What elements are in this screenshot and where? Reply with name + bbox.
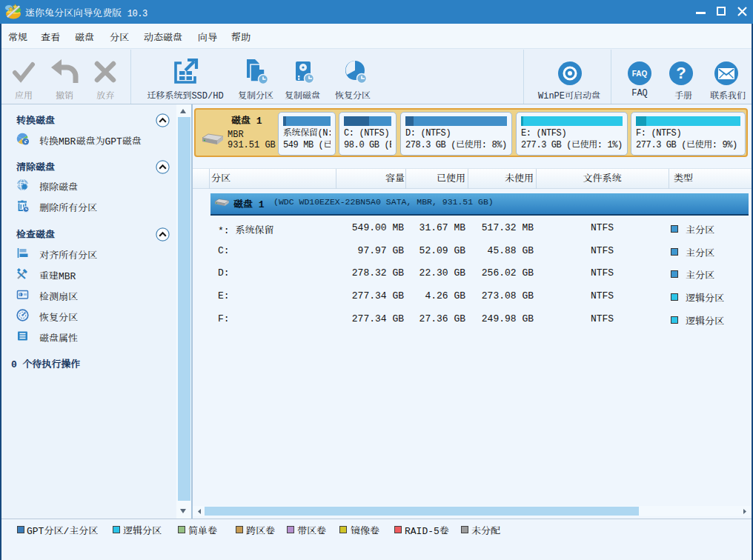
svg-text:?: ? bbox=[676, 64, 686, 82]
svg-text:FAQ: FAQ bbox=[632, 70, 648, 78]
